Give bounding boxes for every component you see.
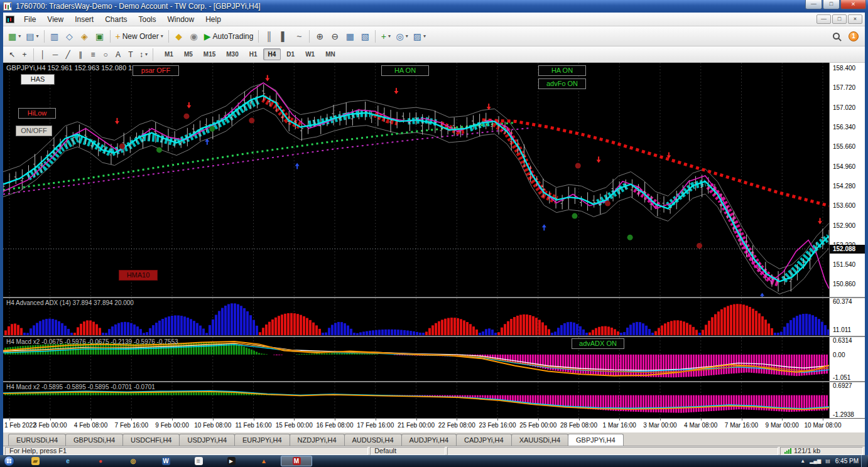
trendline-button[interactable]: ╱ bbox=[62, 48, 74, 61]
arrows-button[interactable]: ↕▾ bbox=[137, 48, 150, 61]
tile-windows-button[interactable]: ▦ bbox=[342, 29, 357, 44]
zoom-out-button[interactable]: ⊖ bbox=[327, 29, 342, 44]
taskbar-item-media[interactable]: ► bbox=[215, 456, 247, 466]
chart-tab-usdjpyi[interactable]: USDJPYi,H4 bbox=[179, 434, 235, 446]
chart-tab-eurjpyi[interactable]: EURJPYi,H4 bbox=[234, 434, 290, 446]
hidden-icons-button[interactable]: ▲ bbox=[800, 458, 805, 464]
price-scale[interactable]: 158.400157.720157.020156.340155.660154.9… bbox=[829, 63, 865, 297]
market-watch-button[interactable]: ▥ bbox=[47, 29, 62, 44]
cursor-button[interactable]: ↖ bbox=[6, 48, 18, 61]
menu-insert[interactable]: Insert bbox=[69, 13, 99, 26]
data-window-button[interactable]: ◇ bbox=[62, 29, 77, 44]
has-button[interactable]: HAS bbox=[21, 74, 55, 85]
chart-tab-cadjpyi[interactable]: CADJPYi,H4 bbox=[456, 434, 512, 446]
taskbar-item-mt4[interactable]: M bbox=[281, 456, 312, 466]
channel-button[interactable]: ∥ bbox=[74, 48, 87, 61]
chart-tab-usdchfi[interactable]: USDCHFi,H4 bbox=[122, 434, 180, 446]
maximize-button[interactable]: □ bbox=[823, 0, 840, 9]
new-chart-button[interactable]: ▦▾ bbox=[6, 29, 23, 44]
chart-tab-nzdjpyi[interactable]: NZDJPYi,H4 bbox=[290, 434, 345, 446]
taskbar-item-word[interactable]: W bbox=[150, 456, 182, 466]
mdi-minimize-button[interactable]: — bbox=[816, 14, 831, 24]
close-button[interactable]: × bbox=[840, 0, 866, 9]
search-icon[interactable] bbox=[833, 33, 840, 40]
timeframe-m30-button[interactable]: M30 bbox=[221, 48, 243, 60]
psar-button[interactable]: psar OFF bbox=[133, 65, 179, 76]
taskbar-item-flame[interactable]: ▲ bbox=[248, 456, 279, 466]
timeframe-m1-button[interactable]: M1 bbox=[160, 48, 178, 60]
chart-tab-audusdi[interactable]: AUDUSDi,H4 bbox=[344, 434, 402, 446]
timeframe-m5-button[interactable]: M5 bbox=[179, 48, 198, 60]
minimize-button[interactable]: — bbox=[805, 0, 822, 9]
chart-tab-eurusdi[interactable]: EURUSDi,H4 bbox=[8, 434, 66, 446]
adx-indicator-pane[interactable]: H4 Advanced ADX (14) 37.894 37.894 20.00… bbox=[3, 298, 865, 336]
mdi-restore-button[interactable]: □ bbox=[832, 14, 847, 24]
notifications-badge[interactable]: 1 bbox=[849, 31, 859, 41]
chart-tab-gbpusdi[interactable]: GBPUSDi,H4 bbox=[65, 434, 123, 446]
menu-help[interactable]: Help bbox=[200, 13, 227, 26]
templates-button[interactable]: ▨▾ bbox=[411, 29, 428, 44]
taskbar-item-coins[interactable]: ◎ bbox=[117, 456, 149, 466]
macd1-indicator-pane[interactable]: H4 Macd x2 -0.0675 -0.5976 -0.0675 -0.21… bbox=[3, 337, 865, 381]
chart-tab-xauusdi[interactable]: XAUUSDi,H4 bbox=[511, 434, 568, 446]
bar-chart-button[interactable]: ║ bbox=[261, 29, 276, 44]
chart-tab-gbpjpyi[interactable]: GBPJPYi,H4 bbox=[568, 434, 624, 446]
macd2-canvas[interactable] bbox=[3, 382, 829, 418]
macd1-canvas[interactable] bbox=[3, 337, 829, 381]
autotrading-button[interactable]: ▶AutoTrading bbox=[202, 29, 256, 44]
periods-button[interactable]: ◎▾ bbox=[393, 29, 410, 44]
advfo-button[interactable]: advFo ON bbox=[538, 78, 586, 89]
zoom-in-button[interactable]: ⊕ bbox=[312, 29, 327, 44]
action-center-icon[interactable]: ▤ bbox=[825, 458, 830, 464]
status-profile[interactable]: Default bbox=[370, 447, 445, 455]
profiles-button[interactable]: ▤▾ bbox=[23, 29, 41, 44]
start-button[interactable] bbox=[4, 456, 14, 466]
expert-advisors-button[interactable]: ◉ bbox=[187, 29, 202, 44]
menu-tools[interactable]: Tools bbox=[133, 13, 162, 26]
hma-label[interactable]: HMA10 bbox=[119, 270, 158, 281]
text-label-button[interactable]: T bbox=[124, 48, 137, 61]
timeframe-h1-button[interactable]: H1 bbox=[244, 48, 263, 60]
menu-view[interactable]: View bbox=[41, 13, 69, 26]
menu-charts[interactable]: Charts bbox=[99, 13, 133, 26]
new-order-button[interactable]: +New Order▾ bbox=[113, 29, 166, 44]
ha-button-right[interactable]: HA ON bbox=[538, 65, 586, 76]
onoff-button[interactable]: ON/OFF bbox=[16, 126, 52, 136]
timeframe-h4-button[interactable]: H4 bbox=[263, 48, 281, 60]
ha-button-top[interactable]: HA ON bbox=[381, 65, 429, 76]
network-icon[interactable]: ▂▄▆ bbox=[810, 458, 821, 464]
timeframe-w1-button[interactable]: W1 bbox=[300, 48, 320, 60]
terminal-button[interactable]: ▣ bbox=[92, 29, 107, 44]
metaeditor-button[interactable]: ◆ bbox=[171, 29, 187, 44]
hilow-button[interactable]: HiLow bbox=[18, 108, 56, 119]
taskbar-item-browser[interactable]: ● bbox=[85, 456, 116, 466]
menu-file[interactable]: File bbox=[18, 13, 41, 26]
navigator-button[interactable]: ◈ bbox=[77, 29, 92, 44]
candlestick-chart-button[interactable]: ▌ bbox=[276, 29, 291, 44]
menu-window[interactable]: Window bbox=[162, 13, 200, 26]
main-chart-canvas[interactable] bbox=[3, 63, 829, 297]
cascade-windows-button[interactable]: ▧ bbox=[357, 29, 372, 44]
show-desktop-button[interactable] bbox=[861, 455, 867, 467]
timeframe-mn-button[interactable]: MN bbox=[320, 48, 340, 60]
crosshair-button[interactable]: + bbox=[18, 48, 31, 61]
indicators-button[interactable]: +▾ bbox=[378, 29, 393, 44]
mdi-close-button[interactable]: × bbox=[848, 14, 862, 24]
macd2-indicator-pane[interactable]: H4 Macd x2 -0.5895 -0.5895 -0.5895 -0.07… bbox=[3, 382, 865, 418]
text-button[interactable]: A bbox=[112, 48, 124, 61]
chart-tab-audjpyi[interactable]: AUDJPYi,H4 bbox=[401, 434, 457, 446]
main-chart-pane[interactable]: GBPJPYi,H4 152.961 152.963 152.080 152. … bbox=[3, 63, 865, 297]
timeframe-d1-button[interactable]: D1 bbox=[281, 48, 300, 60]
taskbar-item-notepad[interactable]: ≡ bbox=[183, 456, 214, 466]
shapes-button[interactable]: ○ bbox=[99, 48, 112, 61]
timeframe-m15-button[interactable]: M15 bbox=[198, 48, 220, 60]
taskbar-item-ie[interactable]: e bbox=[52, 456, 84, 466]
line-chart-button[interactable]: ~ bbox=[291, 29, 307, 44]
horizontal-line-button[interactable]: ─ bbox=[49, 48, 62, 61]
fibonacci-button[interactable]: ≡ bbox=[87, 48, 99, 61]
taskbar-item-explorer[interactable]: ▰ bbox=[19, 456, 51, 466]
time-axis[interactable]: 1 Feb 20223 Feb 00:004 Feb 08:007 Feb 16… bbox=[3, 418, 865, 432]
vertical-line-button[interactable]: │ bbox=[36, 48, 49, 61]
adx-canvas[interactable] bbox=[3, 298, 829, 336]
advadx-button[interactable]: advADX ON bbox=[572, 338, 624, 349]
